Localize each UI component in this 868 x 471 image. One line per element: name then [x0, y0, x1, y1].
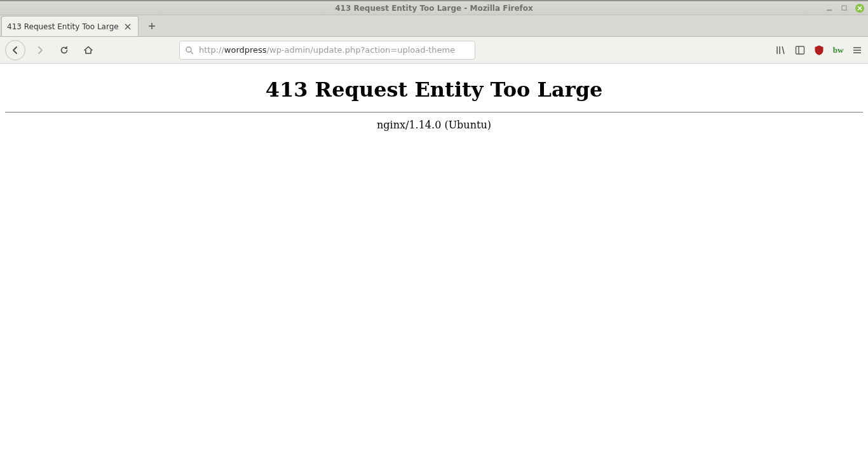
svg-rect-1 [842, 6, 846, 10]
server-signature: nginx/1.14.0 (Ubuntu) [5, 119, 863, 131]
window-maximize-icon[interactable] [840, 4, 849, 13]
error-heading: 413 Request Entity Too Large [5, 78, 863, 102]
bitwarden-icon[interactable]: bw [832, 44, 844, 56]
sidebar-icon[interactable] [794, 44, 806, 56]
svg-rect-13 [796, 46, 804, 54]
tab-strip: 413 Request Entity Too Large [0, 15, 868, 37]
home-button[interactable] [79, 41, 98, 60]
window-title: 413 Request Entity Too Large - Mozilla F… [335, 4, 533, 13]
window-minimize-icon[interactable] [825, 4, 834, 13]
window-titlebar: 413 Request Entity Too Large - Mozilla F… [0, 0, 868, 15]
reload-button[interactable] [55, 41, 74, 60]
back-button[interactable] [5, 40, 25, 60]
tab-close-icon[interactable] [123, 22, 133, 32]
window-controls [825, 1, 864, 15]
tab-active[interactable]: 413 Request Entity Too Large [1, 16, 139, 36]
library-icon[interactable] [775, 44, 787, 56]
new-tab-button[interactable] [141, 16, 163, 36]
page-content: 413 Request Entity Too Large nginx/1.14.… [0, 64, 868, 139]
forward-button[interactable] [31, 41, 50, 60]
url-text: http://wordpress/wp-admin/update.php?act… [199, 45, 470, 55]
divider [5, 112, 863, 113]
window-close-icon[interactable] [855, 4, 864, 13]
hamburger-menu-icon[interactable] [851, 44, 863, 56]
url-protocol: http:// [199, 45, 224, 55]
search-icon [185, 46, 194, 55]
url-bar[interactable]: http://wordpress/wp-admin/update.php?act… [179, 41, 475, 60]
tab-title: 413 Request Entity Too Large [7, 22, 123, 31]
nav-toolbar: http://wordpress/wp-admin/update.php?act… [0, 37, 868, 64]
svg-line-12 [782, 46, 784, 54]
toolbar-right: bw [775, 44, 863, 56]
url-host: wordpress [224, 45, 267, 55]
svg-line-9 [191, 51, 193, 54]
url-path: /wp-admin/update.php?action=upload-theme [267, 45, 456, 55]
ublock-icon[interactable] [813, 44, 825, 56]
